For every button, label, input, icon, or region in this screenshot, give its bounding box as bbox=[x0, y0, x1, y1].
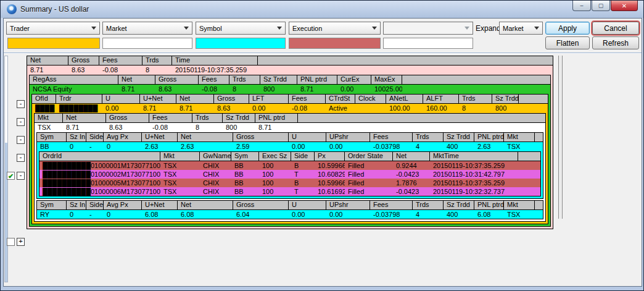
header-cell[interactable]: CurEx bbox=[337, 75, 371, 84]
maximize-button[interactable]: ▢ bbox=[592, 1, 610, 11]
header-cell[interactable]: Net bbox=[118, 75, 155, 84]
header-cell[interactable]: U bbox=[289, 201, 326, 209]
expander-trader[interactable]: - bbox=[17, 136, 25, 144]
header-cell[interactable]: Mkt bbox=[160, 152, 200, 161]
expander-symbol-bb[interactable]: - bbox=[17, 172, 25, 180]
expander-region[interactable]: - bbox=[17, 118, 25, 126]
header-cell[interactable]: Mkt bbox=[504, 201, 535, 209]
symbol-ry-row[interactable]: RY0-06.086.086.040.000.00-0.0379844006.0… bbox=[37, 210, 543, 219]
market-filter-dropdown[interactable]: Market bbox=[102, 22, 192, 35]
header-cell[interactable]: Net bbox=[63, 114, 106, 122]
symbol-bb-row[interactable]: BB0-02.632.632.590.000.00-0.0379844002.6… bbox=[37, 142, 543, 151]
header-cell[interactable]: Sym bbox=[37, 201, 67, 209]
header-cell[interactable]: UPshr bbox=[326, 201, 370, 209]
header-cell[interactable]: Exec Sz bbox=[259, 152, 291, 161]
header-cell[interactable]: Sym bbox=[37, 133, 67, 141]
header-cell[interactable]: ALFT bbox=[423, 95, 459, 103]
flatten-button[interactable]: Flatten bbox=[545, 36, 590, 49]
order-row[interactable]: ██████████01000002M173077100000TSXCHIXBB… bbox=[39, 170, 540, 179]
header-cell[interactable]: Clock bbox=[355, 95, 386, 103]
header-cell[interactable]: OrdrId bbox=[39, 152, 160, 161]
region-row[interactable]: NCSA Equity8.718.63-0.0888008.710.001002… bbox=[30, 85, 550, 93]
header-cell[interactable] bbox=[402, 75, 550, 84]
header-cell[interactable]: Trds bbox=[192, 114, 223, 122]
header-cell[interactable]: Fees bbox=[370, 133, 413, 141]
header-cell[interactable]: PNL ptrd bbox=[474, 201, 504, 209]
header-cell[interactable]: CTrdSt bbox=[326, 95, 355, 103]
header-cell[interactable]: Sz Trdd bbox=[444, 133, 474, 141]
order-row[interactable]: ██████████01000006M173077100000TSXCHIXBB… bbox=[39, 187, 540, 196]
header-cell[interactable]: OfId bbox=[32, 95, 56, 103]
header-cell[interactable]: Trdr bbox=[56, 95, 102, 103]
header-cell[interactable] bbox=[519, 95, 548, 103]
header-cell[interactable]: Side bbox=[86, 133, 104, 141]
refresh-button[interactable]: Refresh bbox=[592, 36, 639, 49]
header-cell[interactable]: Order State bbox=[345, 152, 393, 161]
trader-filter-dropdown[interactable]: Trader bbox=[6, 22, 100, 35]
header-cell[interactable]: U+Net bbox=[140, 95, 176, 103]
header-cell[interactable]: U bbox=[289, 133, 326, 141]
apply-button[interactable]: Apply bbox=[545, 22, 590, 35]
header-cell[interactable]: Trds bbox=[229, 75, 260, 84]
header-cell[interactable]: Mkt bbox=[35, 114, 63, 122]
header-cell[interactable]: ANetL bbox=[386, 95, 423, 103]
header-cell[interactable]: Net bbox=[27, 56, 68, 65]
checkbox-symbol-bb[interactable]: ✔ bbox=[7, 172, 15, 180]
titlebar[interactable]: Summary - US dollar – ▢ ✕ bbox=[1, 1, 643, 18]
header-cell[interactable]: MktTime bbox=[430, 152, 518, 161]
header-cell[interactable]: Gross bbox=[233, 201, 289, 209]
header-cell[interactable]: Avg Px bbox=[104, 201, 142, 209]
header-cell[interactable] bbox=[518, 152, 540, 161]
header-cell[interactable] bbox=[298, 114, 545, 122]
header-cell[interactable]: Px bbox=[315, 152, 345, 161]
order-row[interactable]: ██████████01000001M173077100000TSXCHIXBB… bbox=[39, 161, 540, 170]
header-cell[interactable]: PNL ptrd bbox=[474, 133, 504, 141]
header-cell[interactable]: RegAss bbox=[30, 75, 118, 84]
header-cell[interactable]: MaxEx bbox=[371, 75, 402, 84]
left-scrollbar-thumb[interactable] bbox=[5, 143, 7, 282]
header-cell[interactable] bbox=[535, 133, 543, 141]
cancel-button[interactable]: Cancel bbox=[592, 22, 639, 35]
right-scrollbar[interactable] bbox=[558, 56, 563, 219]
header-cell[interactable]: Trds bbox=[413, 201, 444, 209]
header-cell[interactable]: Fees bbox=[99, 56, 142, 65]
header-cell[interactable]: U+Net bbox=[142, 201, 178, 209]
header-cell[interactable]: Gross bbox=[155, 75, 199, 84]
order-row[interactable]: ██████████01000005M173077100000TSXCHIXBB… bbox=[39, 179, 540, 187]
expander-market[interactable]: - bbox=[17, 154, 25, 162]
header-cell[interactable]: Sz In bbox=[67, 201, 86, 209]
header-cell[interactable]: Time bbox=[172, 56, 258, 65]
header-cell[interactable]: PNL ptrd bbox=[297, 75, 337, 84]
header-cell[interactable]: Sz In bbox=[67, 133, 86, 141]
expand-dropdown[interactable]: Market bbox=[499, 22, 543, 35]
header-cell[interactable]: Net bbox=[178, 133, 233, 141]
summary-row[interactable]: 8.718.63-0.08820150119-10:37:35.259 bbox=[27, 65, 553, 74]
header-cell[interactable]: Trds bbox=[459, 95, 492, 103]
header-cell[interactable]: Fees bbox=[199, 75, 229, 84]
header-cell[interactable]: Sz Trdd bbox=[492, 95, 519, 103]
trader-row[interactable]: ████████████0.008.718.718.630.00-0.08Act… bbox=[32, 104, 548, 112]
header-cell[interactable]: Sz Trdd bbox=[223, 114, 255, 122]
header-cell[interactable]: U bbox=[102, 95, 140, 103]
header-cell[interactable]: Fees bbox=[370, 201, 413, 209]
header-cell[interactable]: GwName bbox=[200, 152, 231, 161]
market-row[interactable]: TSX8.718.63-0.0888008.71 bbox=[35, 123, 545, 132]
header-cell[interactable]: Fees bbox=[289, 95, 326, 103]
minimize-button[interactable]: – bbox=[572, 1, 591, 11]
execution-filter-dropdown[interactable]: Execution bbox=[289, 22, 381, 35]
header-cell[interactable]: Mkt bbox=[504, 133, 535, 141]
symbol-filter-dropdown[interactable]: Symbol bbox=[196, 22, 286, 35]
header-cell[interactable]: Trds bbox=[142, 56, 172, 65]
checkbox-symbol-ry[interactable] bbox=[7, 238, 15, 246]
expander-summary[interactable]: - bbox=[17, 100, 25, 108]
expander-symbol-ry[interactable]: + bbox=[17, 238, 25, 246]
header-cell[interactable]: LFT bbox=[249, 95, 289, 103]
header-cell[interactable]: Gross bbox=[106, 114, 149, 122]
header-cell[interactable]: U+Net bbox=[142, 133, 178, 141]
header-cell[interactable]: Net bbox=[393, 152, 430, 161]
header-cell[interactable] bbox=[535, 201, 543, 209]
header-cell[interactable]: UPshr bbox=[326, 133, 370, 141]
header-cell[interactable]: Sym bbox=[231, 152, 259, 161]
header-cell[interactable]: Side bbox=[86, 201, 104, 209]
header-cell[interactable]: Avg Px bbox=[104, 133, 142, 141]
